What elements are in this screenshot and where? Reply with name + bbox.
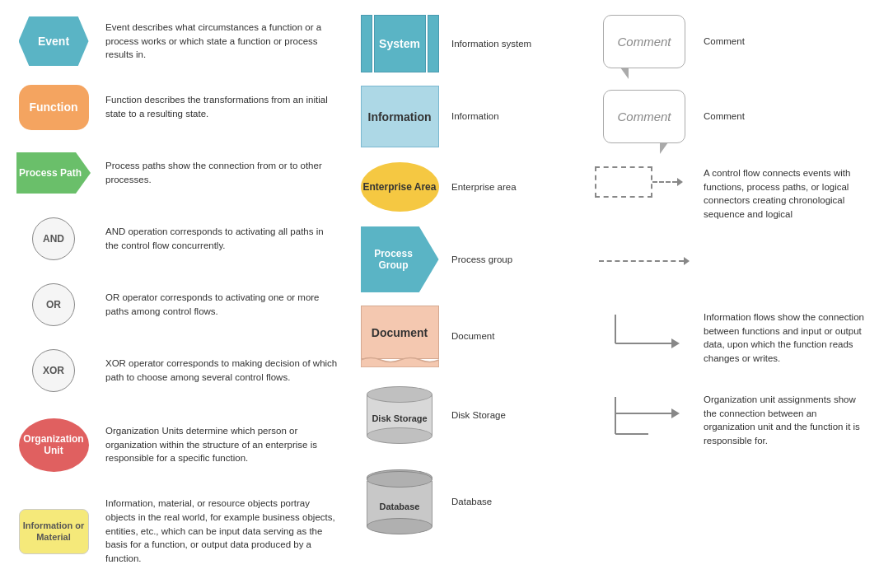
column-1: Event Event describes what circumstances… — [0, 8, 346, 576]
enterprise-area-shape-wrap: Enterprise Area — [354, 162, 445, 212]
legend-container: Event Event describes what circumstances… — [0, 0, 879, 585]
dashed-arrowhead — [684, 257, 690, 265]
document-shape: Document — [361, 306, 439, 367]
function-label: Function — [29, 100, 77, 114]
process-group-shape: Process Group — [361, 226, 439, 292]
document-shape-wrap: Document — [354, 306, 445, 367]
org-assign-desc: Organization unit assignments show the c… — [704, 393, 869, 448]
info-mat-label: Information or Material — [22, 520, 86, 544]
dashed-arrow-wrap — [595, 257, 694, 265]
list-item: Organization unit assignments show the c… — [585, 376, 879, 459]
info-flow-shape-wrap — [595, 310, 694, 356]
list-item: Database Database — [346, 456, 585, 547]
list-item: Comment Comment — [585, 83, 879, 150]
comment2-shape-wrap: Comment — [595, 90, 694, 143]
ctrl-flow-line — [652, 181, 677, 183]
xor-shape-wrap: XOR — [8, 349, 99, 392]
column-2: System Information system Information In… — [346, 8, 585, 576]
xor-shape: XOR — [32, 349, 75, 392]
info-flow-arrowhead — [671, 338, 680, 348]
comment1-label: Comment — [617, 35, 671, 49]
comment2-desc: Comment — [704, 110, 869, 124]
db-cylinder-top2 — [367, 471, 432, 488]
document-label: Document — [372, 326, 428, 339]
list-item: XOR XOR operator corresponds to making d… — [0, 338, 346, 404]
database-shape-wrap: Database — [354, 469, 445, 534]
information-label: Information — [368, 110, 432, 124]
db-cylinder-bottom — [367, 518, 432, 534]
process-group-shape-wrap: Process Group — [354, 226, 445, 292]
system-side-right — [428, 15, 439, 72]
information-shape-wrap: Information — [354, 86, 445, 147]
enterprise-area-label: Enterprise Area — [363, 181, 437, 193]
comment2-label: Comment — [617, 110, 671, 124]
list-item: Information or Material Information, mat… — [0, 486, 346, 576]
system-desc: Information system — [445, 37, 577, 51]
or-desc: OR operator corresponds to activating on… — [99, 291, 338, 318]
process-group-desc: Process group — [445, 253, 577, 267]
function-shape: Function — [19, 85, 89, 130]
ctrl-flow-arrowhead — [677, 178, 683, 186]
database-shape: Database — [361, 469, 439, 534]
system-label: System — [379, 37, 420, 50]
disk-storage-shape-wrap: Disk Storage — [354, 386, 445, 444]
list-item: Function Function describes the transfor… — [0, 74, 346, 140]
process-path-label: Process Path — [19, 167, 82, 179]
and-shape-wrap: AND — [8, 217, 99, 260]
list-item: Process Path Process paths show the conn… — [0, 140, 346, 206]
and-shape: AND — [32, 217, 75, 260]
column-3: Comment Comment Comment Comment — [585, 8, 879, 576]
system-side-left — [361, 15, 372, 72]
function-desc: Function describes the transformations f… — [99, 93, 338, 120]
info-mat-shape: Information or Material — [19, 509, 89, 554]
document-wave — [361, 356, 439, 367]
list-item: Event Event describes what circumstances… — [0, 8, 346, 74]
list-item — [585, 228, 879, 294]
event-label: Event — [38, 35, 69, 48]
database-desc: Database — [445, 495, 577, 509]
ctrl-flow-row1 — [595, 166, 694, 198]
process-path-desc: Process paths show the connection from o… — [99, 159, 338, 186]
process-path-shape: Process Path — [16, 152, 91, 194]
dashed-line — [599, 260, 684, 262]
xor-desc: XOR operator corresponds to making decis… — [99, 357, 338, 384]
system-shape-wrap: System — [354, 15, 445, 72]
org-unit-desc: Organization Units determine which perso… — [99, 424, 338, 465]
list-item: OR OR operator corresponds to activating… — [0, 272, 346, 338]
or-shape-wrap: OR — [8, 283, 99, 326]
org-unit-label: Organization Unit — [23, 433, 85, 457]
ctrl-flow-arrow — [652, 178, 694, 186]
cylinder-top — [367, 386, 432, 403]
disk-storage-shape: Disk Storage — [361, 386, 439, 444]
information-desc: Information — [445, 110, 577, 124]
enterprise-area-desc: Enterprise area — [445, 180, 577, 194]
process-group-label: Process Group — [361, 248, 427, 272]
and-label: AND — [43, 233, 64, 245]
comment1-shape-wrap: Comment — [595, 15, 694, 68]
process-path-shape-wrap: Process Path — [8, 152, 99, 194]
list-item: Document Document — [346, 299, 585, 374]
list-item: Information flows show the connection be… — [585, 294, 879, 376]
info-mat-desc: Information, material, or resource objec… — [99, 497, 338, 565]
comment1-shape: Comment — [603, 15, 685, 68]
event-shape: Event — [19, 16, 89, 66]
list-item: System Information system — [346, 8, 585, 79]
or-label: OR — [46, 299, 61, 310]
disk-storage-label: Disk Storage — [372, 413, 427, 423]
and-desc: AND operation corresponds to activating … — [99, 225, 338, 252]
information-shape: Information — [361, 86, 439, 147]
control-flow-shape-wrap — [595, 166, 694, 198]
list-item: Disk Storage Disk Storage — [346, 374, 585, 456]
control-flow-desc: A control flow connects events with func… — [704, 166, 869, 222]
system-main: System — [374, 15, 426, 72]
list-item: A control flow connects events with func… — [585, 150, 879, 228]
list-item: Organization Unit Organization Units det… — [0, 404, 346, 486]
cylinder-bottom — [367, 427, 432, 444]
list-item: Process Group Process group — [346, 220, 585, 299]
event-desc: Event describes what circumstances a fun… — [99, 21, 338, 62]
org-unit-shape: Organization Unit — [19, 418, 89, 472]
org-assign-shape — [607, 393, 681, 446]
info-flow-desc: Information flows show the connection be… — [704, 310, 869, 366]
document-body: Document — [361, 306, 439, 359]
list-item: Comment Comment — [585, 8, 879, 75]
